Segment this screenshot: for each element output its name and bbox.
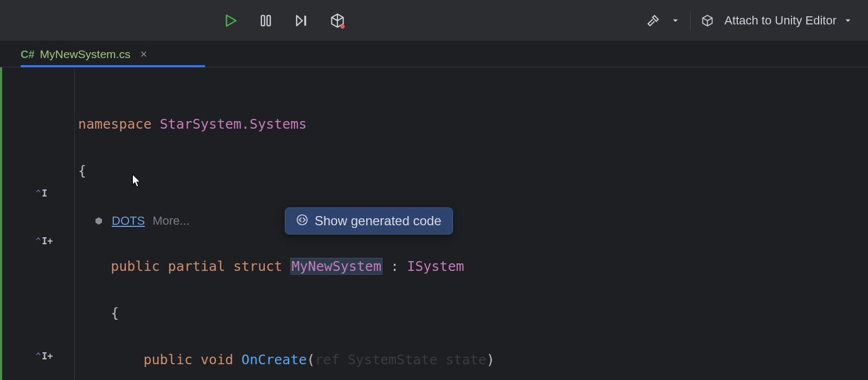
kw-namespace: namespace	[78, 116, 151, 132]
build-hammer-icon[interactable]	[646, 13, 661, 28]
tab-filename: MyNewSystem.cs	[40, 48, 131, 61]
kw-public: public	[111, 258, 159, 274]
kw-ref: ref	[315, 352, 340, 368]
play-button[interactable]	[222, 12, 239, 29]
svg-rect-0	[261, 15, 265, 26]
kw-struct: struct	[233, 258, 282, 274]
struct-name: MyNewSystem	[290, 258, 382, 275]
show-generated-code-popup[interactable]: Show generated code	[285, 207, 453, 235]
gutter-fold-icon[interactable]: ^I	[36, 188, 47, 199]
kw-partial: partial	[168, 258, 225, 274]
svg-rect-1	[267, 15, 270, 26]
brace-open: {	[111, 305, 119, 321]
toolbar-separator	[690, 11, 691, 30]
unity-icon	[94, 216, 104, 226]
build-config-dropdown[interactable]	[671, 16, 680, 26]
step-over-button[interactable]	[293, 13, 309, 28]
debug-controls-group	[222, 12, 346, 29]
debug-cube-icon[interactable]	[700, 14, 714, 28]
param-type: SystemState	[348, 352, 438, 368]
namespace-name: StarSystem.Systems	[160, 116, 307, 132]
editor-tab-bar: C# MyNewSystem.cs ×	[0, 41, 868, 67]
run-config-selector[interactable]: Attach to Unity Editor	[724, 14, 853, 28]
method-oncreate: OnCreate	[241, 352, 307, 368]
kw-public: public	[143, 352, 192, 368]
param-name: state	[445, 352, 486, 368]
dots-codevision-link[interactable]: DOTS	[112, 209, 145, 232]
svg-point-3	[340, 24, 344, 28]
gutter-fold-icon[interactable]: ^I+	[36, 236, 53, 246]
code-vision-row: DOTS More...	[94, 209, 868, 232]
sig-open: (	[307, 352, 315, 368]
more-codevision-link[interactable]: More...	[152, 209, 189, 232]
sig-close: )	[487, 352, 495, 368]
tab-mynewsystem[interactable]: C# MyNewSystem.cs ×	[11, 42, 157, 67]
interface-name: ISystem	[407, 258, 464, 274]
colon: :	[382, 258, 407, 274]
kw-void: void	[201, 352, 233, 368]
code-editor[interactable]: namespace StarSystem.Systems { DOTS More…	[75, 67, 868, 380]
vcs-change-bar	[0, 67, 4, 380]
tab-language-badge: C#	[21, 48, 35, 61]
gutter[interactable]: ^I ^I+ ^I+	[4, 67, 75, 380]
close-tab-button[interactable]: ×	[140, 47, 147, 61]
unity-services-icon[interactable]	[329, 12, 346, 29]
svg-rect-2	[304, 15, 307, 26]
popup-label: Show generated code	[315, 213, 442, 229]
top-toolbar: Attach to Unity Editor	[0, 0, 868, 41]
code-icon	[296, 214, 308, 228]
toolbar-right-group: Attach to Unity Editor	[646, 11, 853, 30]
run-config-label: Attach to Unity Editor	[724, 14, 837, 28]
gutter-fold-icon[interactable]: ^I+	[36, 351, 53, 362]
pause-button[interactable]	[258, 13, 273, 28]
brace-open: {	[78, 163, 86, 179]
